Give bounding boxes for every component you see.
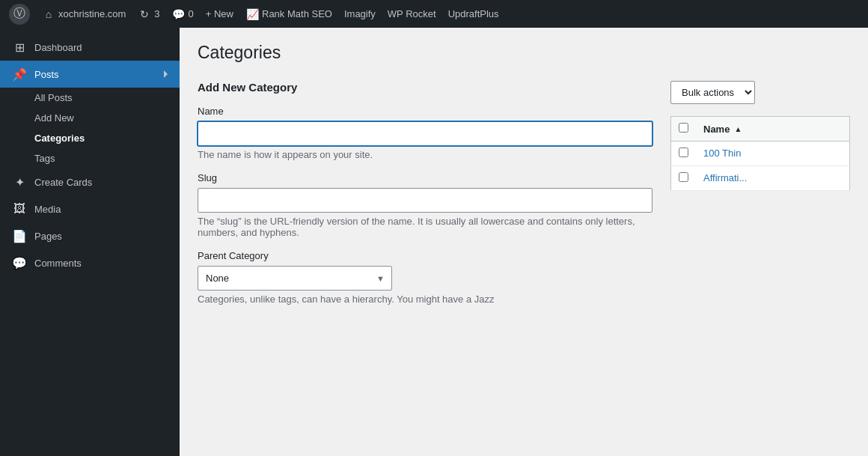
comments-icon: 💬 [172, 7, 186, 21]
posts-label: Posts [34, 69, 59, 80]
pages-label: Pages [34, 231, 62, 242]
sidebar-item-posts[interactable]: 📌 Posts [0, 61, 180, 88]
parent-field: Parent Category None ▼ Categories, unlik… [198, 250, 652, 305]
updraft-label: UpdraftPlus [448, 8, 499, 19]
row-checkbox[interactable] [679, 172, 688, 182]
imagify-item[interactable]: Imagify [344, 8, 376, 19]
sidebar-item-pages[interactable]: 📄 Pages [0, 222, 180, 249]
wp-rocket-item[interactable]: WP Rocket [388, 8, 436, 19]
sidebar-item-comments[interactable]: 💬 Comments [0, 249, 180, 276]
sidebar-item-dashboard[interactable]: ⊞ Dashboard [0, 34, 180, 61]
form-heading: Add New Category [198, 81, 652, 94]
page-title: Categories [198, 43, 850, 63]
posts-icon: 📌 [12, 67, 27, 82]
slug-label: Slug [198, 172, 652, 183]
slug-input[interactable] [198, 188, 652, 213]
parent-description: Categories, unlike tags, can have a hier… [198, 294, 652, 305]
sidebar: ⊞ Dashboard 📌 Posts All Posts Add New Ca… [0, 28, 180, 456]
home-icon: ⌂ [42, 7, 55, 21]
sidebar-item-create-cards[interactable]: ✦ Create Cards [0, 168, 180, 195]
parent-select-wrapper: None ▼ [198, 266, 392, 291]
sidebar-item-media[interactable]: 🖼 Media [0, 195, 180, 222]
site-url-label: xochristine.com [58, 8, 126, 19]
rank-math-icon: 📈 [245, 7, 259, 21]
wp-rocket-label: WP Rocket [388, 8, 436, 19]
content-area: Categories Add New Category Name The nam… [180, 28, 868, 456]
row-name-cell: 100 Thin [696, 142, 850, 166]
row-checkbox-cell [671, 166, 697, 191]
right-panel: Bulk actions Name ▲ [670, 81, 850, 191]
comments-side-icon: 💬 [12, 255, 27, 270]
comments-label: Comments [34, 258, 82, 269]
admin-bar: Ⓥ ⌂ xochristine.com ↻ 3 💬 0 + New 📈 Rank… [0, 0, 868, 28]
row-checkbox[interactable] [679, 148, 688, 157]
content-grid: Add New Category Name The name is how it… [198, 81, 850, 317]
bulk-actions-bar: Bulk actions [670, 81, 850, 104]
comments-count: 0 [189, 8, 194, 19]
new-label: + New [206, 8, 233, 19]
sidebar-subitem-all-posts[interactable]: All Posts [0, 88, 180, 108]
pages-icon: 📄 [12, 228, 27, 243]
sort-arrow-icon: ▲ [734, 125, 742, 133]
updates-count: 3 [154, 8, 159, 19]
create-cards-icon: ✦ [12, 174, 27, 189]
wp-logo[interactable]: Ⓥ [9, 4, 30, 25]
imagify-label: Imagify [344, 8, 376, 19]
row-checkbox-cell [671, 142, 697, 166]
main-layout: ⊞ Dashboard 📌 Posts All Posts Add New Ca… [0, 28, 868, 456]
dashboard-label: Dashboard [34, 42, 82, 53]
categories-table: Name ▲ 100 Thin [670, 116, 850, 191]
rank-math-label: Rank Math SEO [262, 8, 332, 19]
category-link[interactable]: Affirmati... [703, 172, 747, 183]
media-icon: 🖼 [12, 201, 27, 216]
updates-icon: ↻ [138, 7, 151, 21]
row-name-cell: Affirmati... [696, 166, 850, 191]
sidebar-subitem-add-new[interactable]: Add New [0, 108, 180, 128]
create-cards-label: Create Cards [34, 177, 92, 188]
bulk-actions-select[interactable]: Bulk actions [670, 81, 755, 104]
rank-math-item[interactable]: 📈 Rank Math SEO [245, 7, 332, 21]
posts-arrow [164, 70, 168, 78]
parent-select[interactable]: None [198, 266, 392, 291]
comments-item[interactable]: 💬 0 [172, 7, 194, 21]
form-section: Add New Category Name The name is how it… [198, 81, 652, 317]
dashboard-icon: ⊞ [12, 40, 27, 55]
parent-label: Parent Category [198, 250, 652, 261]
updates-item[interactable]: ↻ 3 [138, 7, 159, 21]
sidebar-subitem-tags[interactable]: Tags [0, 148, 180, 168]
slug-field: Slug The “slug” is the URL-friendly vers… [198, 172, 652, 238]
table-row: Affirmati... [671, 166, 850, 191]
name-field: Name The name is how it appears on your … [198, 106, 652, 160]
updraft-item[interactable]: UpdraftPlus [448, 8, 499, 19]
media-label: Media [34, 204, 61, 215]
category-link[interactable]: 100 Thin [703, 148, 741, 159]
name-description: The name is how it appears on your site. [198, 149, 652, 160]
sidebar-subitem-categories[interactable]: Categories [0, 128, 180, 148]
name-label: Name [198, 106, 652, 117]
posts-submenu: All Posts Add New Categories Tags [0, 88, 180, 168]
select-all-checkbox[interactable] [679, 123, 688, 133]
table-row: 100 Thin [671, 142, 850, 166]
name-input[interactable] [198, 121, 652, 146]
col-name-header: Name ▲ [696, 117, 850, 142]
col-check-header [671, 117, 697, 142]
name-col-label: Name [703, 124, 730, 135]
site-name[interactable]: ⌂ xochristine.com [42, 7, 126, 21]
new-item[interactable]: + New [206, 8, 233, 19]
slug-description: The “slug” is the URL-friendly version o… [198, 216, 652, 238]
